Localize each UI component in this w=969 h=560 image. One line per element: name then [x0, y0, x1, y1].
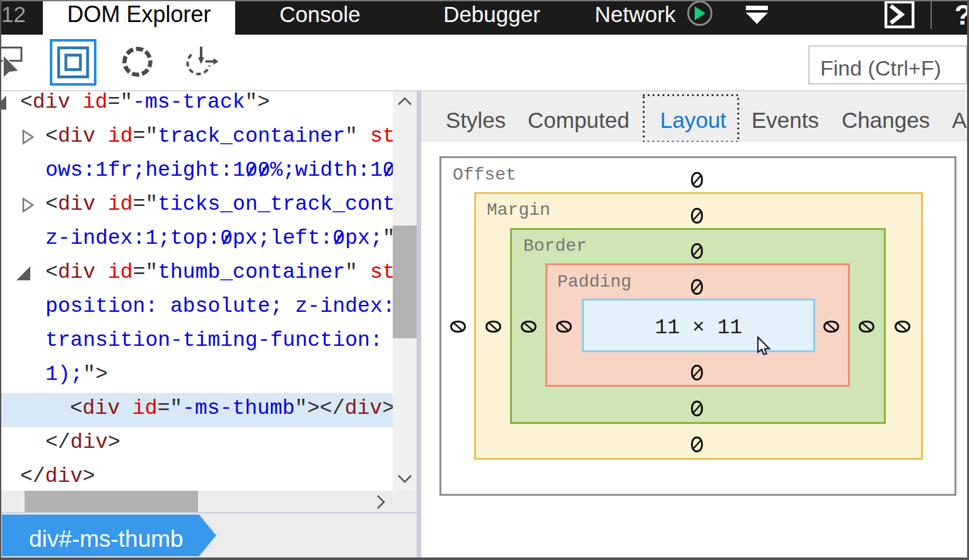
svg-text:div#-ms-thumb: div#-ms-thumb	[29, 526, 183, 552]
